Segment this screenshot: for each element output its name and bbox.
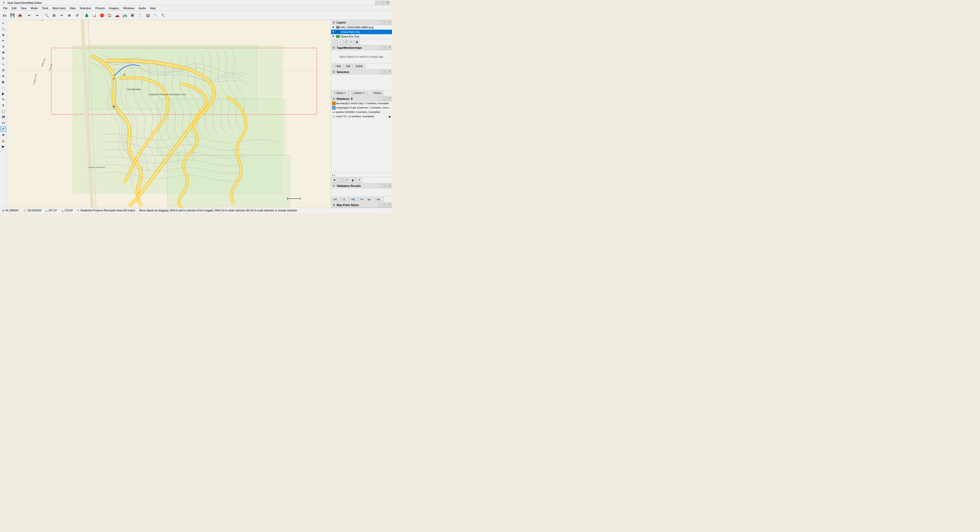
layer-move-down-button[interactable]: ↓ bbox=[338, 40, 343, 45]
map-area[interactable]: Smith Ave Inter Str Timber Lane Caverly … bbox=[6, 20, 331, 208]
relations-settings-button[interactable]: ⋮ bbox=[378, 97, 382, 100]
layers-settings-button[interactable]: ⋮ bbox=[378, 21, 382, 24]
tool-scale[interactable]: ⤡ bbox=[0, 62, 6, 67]
selection-collapse-button[interactable]: ⊡ bbox=[332, 70, 336, 74]
layer-visibility-ride[interactable]: 👁 bbox=[332, 30, 335, 33]
redo-button[interactable]: ↪ bbox=[33, 12, 41, 19]
layers-detach-button[interactable]: ↗ bbox=[387, 21, 391, 24]
tool-unknown1[interactable]: ⊗ bbox=[0, 132, 6, 138]
close-button[interactable]: ✕ bbox=[385, 1, 390, 5]
menu-more-tools[interactable]: More tools bbox=[51, 6, 68, 10]
bus-button[interactable]: 🚌 bbox=[121, 12, 128, 19]
tool-select-way[interactable]: ◐ bbox=[0, 79, 6, 85]
relation-delete-button[interactable]: 🗑 bbox=[350, 178, 355, 183]
upload-button[interactable]: 📤 bbox=[16, 12, 24, 19]
tags-detach-button[interactable]: ↗ bbox=[387, 46, 391, 49]
relation-item-boundary[interactable]: Boundary[0] (~Boyne City) / 7 members, i… bbox=[331, 101, 392, 106]
tags-edit-button[interactable]: Edit bbox=[344, 64, 353, 68]
menu-edit[interactable]: Edit bbox=[10, 6, 19, 10]
tool-add-node[interactable]: ✛ bbox=[0, 44, 6, 49]
cut-button[interactable]: ✂ bbox=[58, 12, 65, 19]
validation-sel-button[interactable]: Sel... bbox=[331, 198, 340, 201]
wrench-button[interactable]: 🔧 bbox=[159, 12, 167, 19]
tool-collapse[interactable]: ▶ bbox=[0, 144, 6, 149]
layer-item-run[interactable]: 👁 Strava Run Only bbox=[331, 34, 392, 39]
maximize-button[interactable]: □ bbox=[380, 1, 385, 5]
validation-val-button[interactable]: Val... bbox=[349, 198, 358, 201]
layer-delete-button[interactable]: 🗑 bbox=[355, 40, 360, 45]
tool-template[interactable]: 📋 bbox=[0, 108, 6, 114]
map-paint-expand-button[interactable]: □ bbox=[383, 203, 387, 207]
menu-file[interactable]: File bbox=[1, 6, 10, 10]
car-button[interactable]: 🚗 bbox=[114, 12, 121, 19]
layers-collapse-button[interactable]: ⊡ bbox=[332, 21, 336, 24]
refresh-button[interactable]: ↺ bbox=[73, 12, 81, 19]
menu-presets[interactable]: Presets bbox=[93, 6, 107, 10]
selection-settings-button[interactable]: ⋮ bbox=[378, 70, 382, 74]
validation-detach-button[interactable]: ↗ bbox=[387, 184, 391, 188]
search-button[interactable]: 🔍 Search ▼ bbox=[348, 91, 368, 95]
map-paint-collapse-button[interactable]: ⊡ bbox=[332, 203, 336, 207]
relation-item-pipeline[interactable]: pipeline (9535698, 9 members, incomplete… bbox=[331, 110, 392, 115]
house-button[interactable]: 🏠 bbox=[106, 12, 113, 19]
relations-expand-button[interactable]: □ bbox=[383, 97, 387, 100]
menu-help[interactable]: Help bbox=[148, 6, 158, 10]
map-canvas[interactable]: Smith Ave Inter Str Timber Lane Caverly … bbox=[6, 20, 331, 208]
tool-align[interactable]: ⊟ bbox=[0, 67, 6, 73]
bar-chart-button[interactable]: 📊 bbox=[91, 12, 98, 19]
relation-item-multipolygon[interactable]: multipolygon ("Lake Charlevoix", 2 membe… bbox=[331, 106, 392, 110]
tool-rotate[interactable]: ↻ bbox=[0, 56, 6, 61]
menu-selection[interactable]: Selection bbox=[78, 6, 93, 10]
tool-audio[interactable]: 🎙 bbox=[0, 103, 6, 108]
building-button[interactable]: 🏛 bbox=[129, 12, 136, 19]
relations-collapse-button[interactable]: ⊡ bbox=[332, 97, 336, 100]
tool-move[interactable]: ✥ bbox=[0, 50, 6, 56]
layer-link-button[interactable]: 🔗 bbox=[343, 40, 348, 45]
zoom-button[interactable]: 🔍 bbox=[43, 12, 50, 19]
relation-link-button[interactable]: 🔗 bbox=[344, 178, 349, 183]
tree-button[interactable]: 🌲 bbox=[83, 12, 90, 19]
tags-add-button[interactable]: + Add bbox=[332, 64, 343, 68]
minimize-button[interactable]: ─ bbox=[375, 1, 380, 5]
validation-lo-button[interactable]: Lo... bbox=[341, 198, 349, 201]
menu-mode[interactable]: Mode bbox=[29, 6, 40, 10]
relations-detach-button[interactable]: ↗ bbox=[387, 97, 391, 100]
menu-tools[interactable]: Tools bbox=[40, 6, 51, 10]
relation-add-button[interactable]: ⊕ bbox=[331, 178, 337, 183]
select-button[interactable]: ↖ Select ▼ bbox=[331, 91, 348, 95]
map-paint-settings-button[interactable]: ⋮ bbox=[378, 203, 382, 207]
tool-note[interactable]: ✎ bbox=[0, 97, 6, 102]
grid-button[interactable]: ⊞ bbox=[51, 12, 58, 19]
menu-windows[interactable]: Windows bbox=[121, 6, 137, 10]
chart-button[interactable]: 📉 bbox=[152, 12, 159, 19]
relations-nav-right[interactable]: › bbox=[334, 173, 335, 177]
tags-settings-button[interactable]: ⋮ bbox=[378, 46, 382, 49]
map-paint-detach-button[interactable]: ↗ bbox=[387, 203, 391, 207]
validation-ign-button[interactable]: Ign... bbox=[366, 198, 374, 201]
tool-follow[interactable]: ▶ bbox=[0, 91, 6, 97]
tags-expand-button[interactable]: □ bbox=[383, 46, 387, 49]
validation-collapse-button[interactable]: ✔ bbox=[332, 184, 336, 188]
tool-select[interactable]: ↖ bbox=[0, 21, 6, 26]
tool-zoom[interactable]: 🔍 bbox=[0, 26, 6, 32]
tool-validator[interactable]: ✔ bbox=[0, 126, 6, 132]
layer-cut-button[interactable]: ✂ bbox=[349, 40, 354, 45]
layers-expand-button[interactable]: □ bbox=[383, 21, 387, 24]
castle-button[interactable]: 🏰 bbox=[144, 12, 151, 19]
validation-ma-button[interactable]: Ma... bbox=[375, 198, 383, 201]
validation-settings-button[interactable]: ⋮ bbox=[378, 184, 382, 188]
stop-button[interactable]: 🛑 bbox=[98, 12, 105, 19]
layer-visibility-run[interactable]: 👁 bbox=[332, 35, 335, 38]
layer-move-up-button[interactable]: ↑ bbox=[332, 40, 337, 45]
tool-imagery[interactable]: 🗺 bbox=[0, 115, 6, 120]
save-button[interactable]: 💾 bbox=[9, 12, 16, 19]
undo-button[interactable]: ↩ bbox=[26, 12, 33, 19]
tool-lasso[interactable]: ⬚ bbox=[0, 85, 6, 91]
tags-delete-button[interactable]: Delete bbox=[353, 64, 365, 68]
add-button[interactable]: ⊕ bbox=[66, 12, 73, 19]
menu-view[interactable]: View bbox=[19, 6, 29, 10]
menu-imagery[interactable]: Imagery bbox=[107, 6, 121, 10]
select-dropdown-arrow[interactable]: ▼ bbox=[344, 92, 346, 94]
tags-collapse-button[interactable]: ⊡ bbox=[332, 46, 336, 49]
layer-visibility-png[interactable]: 👁 bbox=[332, 26, 335, 29]
